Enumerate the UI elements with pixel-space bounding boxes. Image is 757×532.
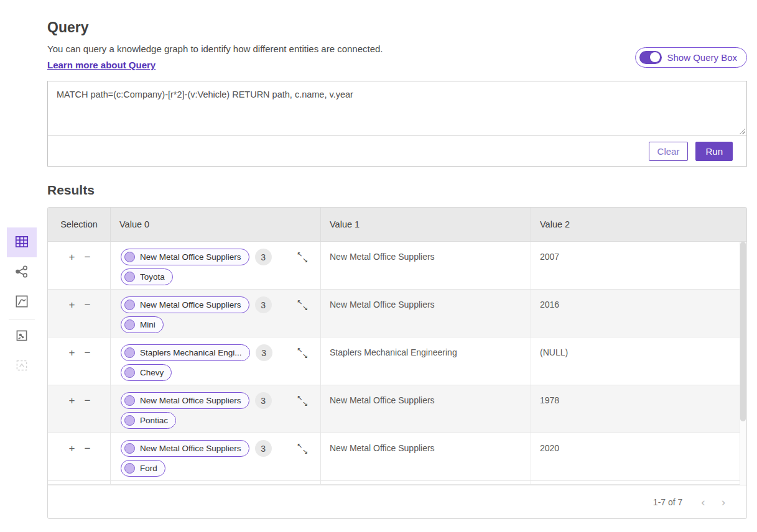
node-dot-icon	[124, 463, 135, 474]
remove-from-graph-button[interactable]: −	[85, 300, 91, 337]
remove-from-graph-button[interactable]: −	[85, 443, 91, 480]
table-footer: 1-7 of 7 ‹ ›	[48, 485, 746, 518]
prev-page-icon[interactable]: ‹	[701, 496, 705, 508]
selection-cell: + −	[48, 242, 110, 289]
column-header-selection: Selection	[48, 208, 110, 241]
node-chip-vehicle[interactable]: Chevy	[121, 364, 172, 381]
remove-from-graph-button[interactable]: −	[85, 347, 91, 385]
partial-row	[48, 481, 746, 485]
expand-row-icon[interactable]: ↖ ↘	[297, 395, 308, 406]
clear-button[interactable]: Clear	[649, 142, 689, 161]
column-header-value1: Value 1	[320, 208, 531, 241]
intro-text: You can query a knowledge graph to ident…	[47, 44, 383, 71]
node-chip-company[interactable]: Staplers Mechanical Engi...	[121, 344, 250, 361]
selection-view-button	[7, 351, 37, 381]
path-count-badge: 3	[256, 344, 272, 361]
graph-view-button[interactable]	[7, 257, 37, 287]
view-sidebar	[6, 227, 37, 381]
path-count-badge: 3	[255, 249, 272, 265]
selection-view-icon	[14, 357, 30, 375]
run-button[interactable]: Run	[695, 142, 733, 161]
node-chip-label: New Metal Office Suppliers	[140, 252, 241, 262]
query-page: Query You can query a knowledge graph to…	[0, 0, 757, 532]
node-chip-company[interactable]: New Metal Office Suppliers	[121, 249, 249, 265]
sidebar-divider	[9, 319, 35, 319]
chart-view-button[interactable]	[7, 287, 37, 317]
value1-cell: New Metal Office Suppliers	[320, 290, 531, 337]
add-to-graph-button[interactable]: +	[69, 300, 75, 337]
expand-row-icon[interactable]: ↖ ↘	[297, 347, 308, 359]
value2-cell: 1978	[531, 385, 746, 433]
node-dot-icon	[124, 319, 135, 330]
page-title: Query	[47, 19, 747, 36]
value2-cell: (NULL)	[531, 337, 746, 385]
graph-view-icon	[14, 264, 30, 282]
selection-cell: + −	[48, 433, 110, 480]
path-cell: Staplers Mechanical Engi... 3 ↖ ↘ Chevy	[110, 337, 320, 385]
query-editor-card: MATCH path=(c:Company)-[r*2]-(v:Vehicle)…	[47, 81, 747, 167]
table-row: + − New Metal Office Suppliers 3 ↖ ↘ Pon…	[48, 385, 746, 433]
next-page-icon[interactable]: ›	[722, 496, 725, 508]
remove-from-graph-button[interactable]: −	[85, 395, 91, 433]
add-to-graph-button[interactable]: +	[69, 443, 75, 480]
selection-cell: + −	[48, 290, 110, 337]
node-dot-icon	[124, 415, 135, 426]
node-chip-label: New Metal Office Suppliers	[140, 300, 241, 310]
node-dot-icon	[124, 272, 135, 282]
node-chip-label: Staplers Mechanical Engi...	[140, 348, 242, 357]
expand-row-icon[interactable]: ↖ ↘	[297, 300, 308, 311]
node-dot-icon	[124, 252, 135, 262]
query-input[interactable]: MATCH path=(c:Company)-[r*2]-(v:Vehicle)…	[48, 81, 746, 136]
value1-cell: New Metal Office Suppliers	[320, 385, 531, 433]
remove-from-graph-button[interactable]: −	[85, 252, 91, 289]
toggle-switch-icon[interactable]	[639, 51, 662, 64]
node-chip-company[interactable]: New Metal Office Suppliers	[121, 296, 249, 313]
node-dot-icon	[124, 300, 135, 310]
table-row: + − New Metal Office Suppliers 3 ↖ ↘ Min…	[48, 290, 746, 337]
value2-cell: 2007	[531, 242, 746, 289]
resize-grip-icon[interactable]	[738, 127, 745, 134]
expand-row-icon[interactable]: ↖ ↘	[297, 252, 308, 263]
expand-row-icon[interactable]: ↖ ↘	[297, 443, 308, 454]
selection-cell: + −	[48, 385, 110, 433]
main-content: Query You can query a knowledge graph to…	[47, 0, 747, 519]
results-heading: Results	[47, 183, 747, 198]
query-input-wrap: MATCH path=(c:Company)-[r*2]-(v:Vehicle)…	[48, 81, 746, 136]
column-header-value0: Value 0	[110, 208, 320, 241]
path-count-badge: 3	[255, 392, 272, 409]
value1-cell: New Metal Office Suppliers	[320, 433, 531, 480]
node-chip-vehicle[interactable]: Ford	[121, 460, 165, 477]
node-chip-label: Ford	[140, 464, 157, 473]
add-to-graph-button[interactable]: +	[69, 395, 75, 433]
path-cell: New Metal Office Suppliers 3 ↖ ↘ Toyota	[110, 242, 320, 289]
table-row: + − New Metal Office Suppliers 3 ↖ ↘ Toy…	[48, 242, 746, 290]
toggle-label: Show Query Box	[667, 52, 737, 63]
snapshot-view-button[interactable]	[7, 321, 37, 351]
node-dot-icon	[124, 367, 135, 378]
query-actions: Clear Run	[48, 136, 746, 166]
add-to-graph-button[interactable]: +	[69, 347, 75, 385]
node-chip-company[interactable]: New Metal Office Suppliers	[121, 440, 249, 457]
value2-cell: 2016	[531, 290, 746, 337]
path-cell: New Metal Office Suppliers 3 ↖ ↘ Pontiac	[110, 385, 320, 433]
table-body: + − New Metal Office Suppliers 3 ↖ ↘ Toy…	[48, 242, 746, 485]
node-chip-company[interactable]: New Metal Office Suppliers	[121, 392, 249, 409]
scrollbar-thumb[interactable]	[740, 242, 746, 421]
table-view-button[interactable]	[7, 227, 37, 257]
intro-row: You can query a knowledge graph to ident…	[47, 44, 747, 71]
value2-cell: 2020	[531, 433, 746, 480]
value1-cell: Staplers Mechanical Engineering	[320, 337, 531, 385]
node-chip-vehicle[interactable]: Pontiac	[121, 412, 176, 429]
path-count-badge: 3	[255, 296, 272, 313]
node-chip-vehicle[interactable]: Toyota	[121, 268, 173, 285]
path-count-badge: 3	[255, 440, 272, 457]
table-view-icon	[14, 234, 30, 252]
node-chip-label: New Metal Office Suppliers	[140, 396, 241, 405]
vertical-scrollbar[interactable]	[740, 242, 746, 485]
learn-more-link[interactable]: Learn more about Query	[47, 60, 156, 70]
add-to-graph-button[interactable]: +	[69, 252, 75, 289]
node-chip-vehicle[interactable]: Mini	[121, 316, 164, 333]
show-query-box-toggle[interactable]: Show Query Box	[635, 47, 747, 68]
node-chip-label: Pontiac	[140, 416, 168, 425]
value1-cell: New Metal Office Suppliers	[320, 242, 531, 289]
